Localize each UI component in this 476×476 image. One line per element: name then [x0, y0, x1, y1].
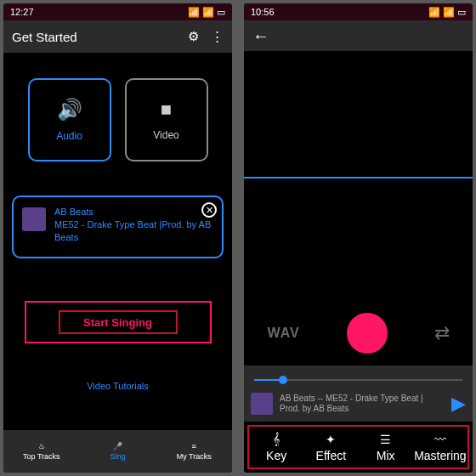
seek-thumb[interactable]: [279, 376, 287, 384]
format-label[interactable]: WAV: [267, 326, 299, 341]
track-thumbnail: [22, 207, 46, 231]
now-playing-thumbnail: [251, 393, 273, 415]
back-icon[interactable]: ←: [252, 26, 269, 46]
signal-icon: 📶: [428, 7, 440, 18]
wifi-icon: 📶: [443, 7, 455, 18]
start-singing-inner: Start Singing: [59, 310, 178, 334]
mode-audio-card[interactable]: 🔊 Audio: [28, 78, 111, 162]
track-info: AB Beats ME52 - Drake Type Beat |Prod. b…: [54, 206, 213, 244]
nav-my-tracks[interactable]: ≡ My Tracks: [156, 430, 232, 473]
content-area: 🔊 Audio ■ Video AB Beats ME52 - Drake Ty…: [3, 53, 232, 430]
flame-icon: ♨: [38, 442, 45, 450]
tool-mix[interactable]: ☰ Mix: [359, 427, 413, 468]
waveform-icon: 〰: [434, 433, 446, 446]
speaker-icon: 🔊: [57, 98, 82, 122]
list-icon: ≡: [192, 442, 196, 450]
treble-clef-icon: 𝄞: [273, 432, 280, 446]
playback-area: AB Beats -- ME52 - Drake Type Beat | Pro…: [244, 366, 473, 422]
status-time: 10:56: [251, 7, 275, 17]
bottom-nav: ♨ Top Tracks 🎤 Sing ≡ My Tracks: [3, 430, 232, 473]
tool-effect[interactable]: ✦ Effect: [303, 427, 358, 468]
track-artist: AB Beats: [54, 206, 213, 218]
status-icons: 📶 📶 ▭: [428, 7, 466, 18]
mic-icon: 🎤: [113, 442, 122, 450]
now-playing-row: AB Beats -- ME52 - Drake Type Beat | Pro…: [251, 391, 466, 416]
tool-key[interactable]: 𝄞 Key: [249, 427, 303, 468]
record-controls: WAV ⇄: [244, 304, 473, 366]
status-time: 12:27: [10, 7, 34, 17]
status-icons: 📶 📶 ▭: [188, 7, 225, 18]
status-bar: 12:27 📶 📶 ▭: [3, 3, 232, 20]
camera-icon: ■: [161, 99, 172, 121]
settings-icon[interactable]: ⚙: [188, 29, 199, 44]
toolbar: 𝄞 Key ✦ Effect ☰ Mix 〰 Mastering: [247, 425, 469, 469]
sparkle-icon: ✦: [326, 433, 336, 446]
selected-track-card[interactable]: AB Beats ME52 - Drake Type Beat |Prod. b…: [12, 196, 224, 258]
now-playing-title: AB Beats -- ME52 - Drake Type Beat | Pro…: [280, 394, 445, 415]
swap-icon[interactable]: ⇄: [434, 322, 450, 344]
sliders-icon: ☰: [380, 433, 391, 446]
nav-sing[interactable]: 🎤 Sing: [80, 430, 156, 473]
page-title: Get Started: [12, 30, 77, 44]
screen-get-started: 12:27 📶 📶 ▭ Get Started ⚙ ⋮ 🔊 Audio ■ Vi…: [3, 3, 232, 473]
start-singing-label: Start Singing: [83, 316, 152, 329]
seek-bar[interactable]: [254, 379, 462, 381]
waveform-line: [244, 177, 473, 178]
mode-audio-label: Audio: [56, 130, 82, 142]
mode-video-card[interactable]: ■ Video: [125, 78, 208, 162]
battery-icon: ▭: [217, 7, 225, 18]
close-icon[interactable]: ✕: [201, 202, 217, 218]
record-button[interactable]: [347, 313, 388, 354]
nav-top-tracks[interactable]: ♨ Top Tracks: [3, 430, 80, 473]
signal-icon: 📶: [188, 7, 200, 18]
app-bar: ←: [244, 20, 473, 51]
waveform-area: [244, 51, 473, 304]
screen-recorder: 10:56 📶 📶 ▭ ← WAV ⇄ AB Beats -- ME52 - D…: [244, 3, 473, 473]
wifi-icon: 📶: [202, 7, 214, 18]
play-icon[interactable]: ▶: [451, 393, 466, 415]
battery-icon: ▭: [457, 7, 466, 18]
track-title: ME52 - Drake Type Beat |Prod. by AB Beat…: [54, 218, 213, 244]
video-tutorials-link[interactable]: Video Tutorials: [12, 381, 224, 391]
app-bar: Get Started ⚙ ⋮: [3, 20, 232, 53]
more-icon[interactable]: ⋮: [211, 29, 224, 44]
mode-video-label: Video: [153, 129, 178, 141]
tool-mastering[interactable]: 〰 Mastering: [413, 427, 468, 468]
start-singing-button[interactable]: Start Singing: [25, 301, 212, 343]
recorder-content: WAV ⇄ AB Beats -- ME52 - Drake Type Beat…: [244, 51, 473, 473]
status-bar: 10:56 📶 📶 ▭: [244, 3, 473, 20]
